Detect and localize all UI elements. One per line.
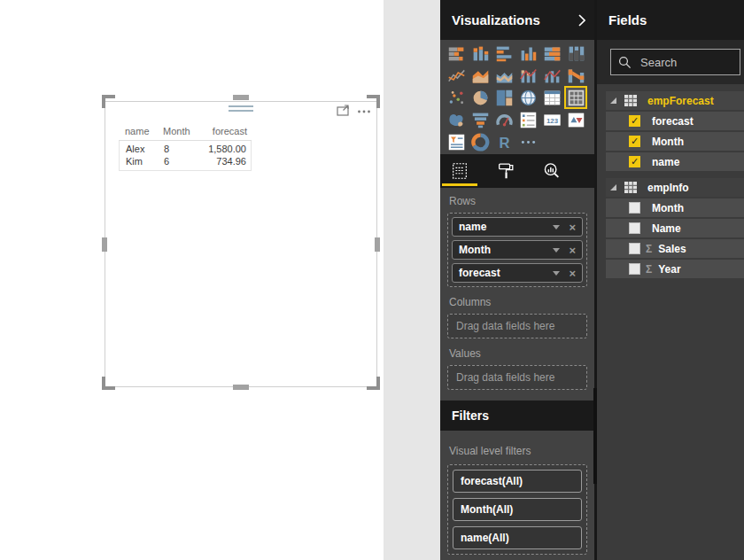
rows-field-pill-name[interactable]: name× — [452, 217, 583, 237]
more-options-icon[interactable] — [357, 105, 371, 116]
table-row-empForecast[interactable]: empForecast — [606, 91, 744, 110]
donut-chart-icon[interactable] — [470, 132, 490, 152]
field-name: Month — [652, 136, 684, 148]
field-row-name[interactable]: ✓name — [606, 152, 744, 171]
line-stacked-column-chart-icon[interactable] — [518, 66, 538, 85]
tab-fields[interactable] — [449, 160, 470, 182]
resize-handle-left[interactable] — [102, 237, 107, 252]
filter-pill-forecast(All)[interactable]: forecast(All) — [453, 470, 582, 493]
remove-field-icon[interactable]: × — [569, 268, 576, 279]
matrix-col-header: Month — [163, 125, 201, 137]
filters-section-title: Filters — [452, 408, 489, 423]
table-icon[interactable] — [542, 88, 562, 107]
values-well-dropzone[interactable]: Drag data fields here — [447, 365, 587, 390]
matrix-col-header: forecast — [201, 125, 252, 137]
clustered-bar-chart-icon[interactable] — [494, 43, 514, 63]
search-input[interactable] — [639, 55, 722, 70]
rows-field-pill-Month[interactable]: Month× — [452, 240, 583, 260]
collapse-pane-icon[interactable] — [578, 14, 585, 27]
area-chart-icon[interactable] — [470, 66, 490, 85]
visualizations-pane-title: Visualizations — [452, 12, 540, 27]
search-icon — [618, 56, 632, 69]
chevron-down-icon[interactable] — [553, 248, 560, 253]
line-chart-icon[interactable] — [446, 66, 466, 85]
field-row-forecast[interactable]: ✓forecast — [606, 112, 744, 130]
drag-grip-icon[interactable] — [229, 105, 253, 114]
filter-label: Month(All) — [461, 503, 513, 516]
visual-level-filters-dropzone[interactable]: forecast(All)Month(All)name(All) — [447, 464, 587, 555]
field-row-Month[interactable]: ✓Month — [606, 132, 744, 151]
collapse-triangle-icon[interactable] — [610, 97, 616, 104]
search-box[interactable] — [610, 49, 740, 75]
focus-mode-icon[interactable] — [337, 105, 350, 116]
remove-field-icon[interactable]: × — [569, 222, 576, 233]
tab-analytics[interactable] — [541, 160, 562, 182]
visual-level-filters-label: Visual level filters — [449, 445, 587, 457]
ribbon-chart-icon[interactable] — [566, 66, 585, 85]
resize-corner-bottom-right[interactable] — [367, 377, 380, 390]
tab-format[interactable] — [495, 160, 516, 182]
sigma-icon: Σ — [646, 263, 652, 276]
resize-handle-top[interactable] — [233, 95, 249, 100]
stacked-column-chart-icon[interactable] — [470, 43, 490, 63]
stacked-area-chart-icon[interactable] — [494, 66, 514, 85]
columns-well-dropzone[interactable]: Drag data fields here — [447, 314, 587, 338]
funnel-icon[interactable] — [470, 110, 490, 129]
field-wells: Rows name×Month×forecast× Columns Drag d… — [440, 188, 594, 390]
field-checkbox[interactable]: ✓ — [629, 115, 640, 127]
treemap-icon[interactable] — [494, 88, 514, 107]
field-checkbox[interactable] — [629, 243, 640, 254]
field-checkbox[interactable] — [629, 263, 640, 275]
filter-pill-Month(All)[interactable]: Month(All) — [453, 498, 582, 521]
card-icon[interactable]: 123 — [542, 110, 562, 129]
field-checkbox[interactable] — [629, 202, 640, 214]
field-name: Name — [652, 222, 681, 235]
resize-handle-right[interactable] — [375, 237, 380, 252]
table-row-empInfo[interactable]: empInfo — [606, 178, 744, 197]
matrix-cell: 8 — [164, 143, 202, 155]
chevron-down-icon[interactable] — [553, 225, 560, 229]
collapse-triangle-icon[interactable] — [610, 184, 616, 191]
matrix-visual[interactable]: name Month forecast Alex81,580.00Kim6734… — [105, 101, 377, 387]
gauge-icon[interactable] — [494, 110, 514, 129]
map-icon[interactable] — [518, 88, 538, 107]
field-checkbox[interactable] — [629, 222, 640, 234]
rows-field-pill-forecast[interactable]: forecast× — [452, 263, 583, 283]
resize-handle-bottom[interactable] — [233, 385, 249, 390]
field-row-Month[interactable]: Month — [606, 198, 744, 217]
field-name: name — [652, 156, 679, 168]
field-row-Name[interactable]: Name — [606, 219, 744, 237]
kpi-icon[interactable] — [566, 110, 585, 129]
scatter-chart-icon[interactable] — [446, 88, 466, 107]
clustered-column-chart-icon[interactable] — [518, 43, 538, 63]
line-clustered-column-chart-icon[interactable] — [542, 66, 562, 85]
chevron-down-icon[interactable] — [553, 271, 560, 276]
pie-chart-icon[interactable] — [470, 88, 490, 107]
rows-well[interactable]: name×Month×forecast× — [447, 213, 587, 287]
values-placeholder-text: Drag data fields here — [456, 371, 554, 384]
more-options-icon[interactable] — [518, 132, 538, 152]
r-script-visual-icon[interactable]: R — [494, 132, 514, 152]
stacked-bar-chart-icon[interactable] — [446, 43, 466, 63]
resize-corner-bottom-left[interactable] — [102, 377, 115, 390]
filter-label: forecast(All) — [461, 475, 523, 487]
visualization-type-grid: 123R — [440, 40, 594, 154]
svg-text:R: R — [499, 134, 509, 151]
filter-pill-name(All)[interactable]: name(All) — [453, 526, 582, 549]
matrix-icon[interactable] — [566, 88, 585, 107]
multi-row-card-icon[interactable] — [518, 110, 538, 129]
matrix-header-row: name Month forecast — [119, 125, 252, 141]
hundred-stacked-bar-chart-icon[interactable] — [542, 43, 562, 63]
rows-well-label: Rows — [449, 195, 587, 207]
hundred-stacked-column-chart-icon[interactable] — [566, 43, 585, 63]
filled-map-icon[interactable] — [446, 110, 466, 129]
field-checkbox[interactable]: ✓ — [629, 136, 640, 147]
field-checkbox[interactable]: ✓ — [629, 156, 640, 167]
table-icon — [624, 95, 637, 106]
slicer-icon[interactable] — [446, 132, 466, 152]
field-row-Sales[interactable]: ΣSales — [606, 239, 744, 258]
remove-field-icon[interactable]: × — [569, 245, 576, 256]
report-canvas[interactable]: name Month forecast Alex81,580.00Kim6734… — [0, 0, 384, 560]
resize-corner-top-left[interactable] — [102, 95, 115, 108]
field-row-Year[interactable]: ΣYear — [606, 260, 744, 278]
